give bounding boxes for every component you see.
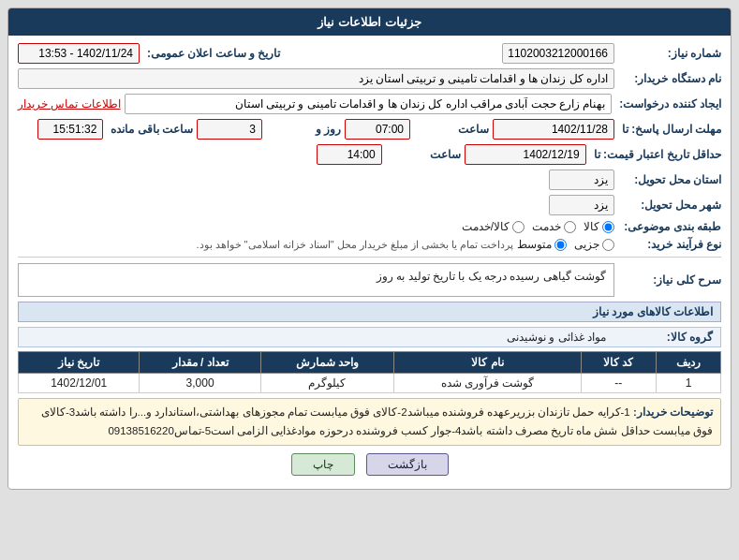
cell-date: 1402/12/01 — [19, 374, 140, 393]
price-time-input[interactable] — [317, 144, 382, 165]
requester-label: ایجاد کننده درخواست: — [615, 97, 721, 111]
announcement-datetime-input[interactable] — [18, 43, 140, 64]
contact-link[interactable]: اطلاعات تماس خریدار — [18, 97, 121, 111]
response-time-input[interactable] — [345, 119, 410, 140]
price-time-label: ساعت — [386, 148, 461, 161]
purchase-type-motavasset[interactable]: متوسط — [517, 238, 567, 251]
response-deadline-label: مهلت ارسال پاسخ: تا — [618, 123, 721, 136]
category-label: طبقه بندی موضوعی: — [618, 220, 721, 233]
goods-group-label: گروه کالا: — [610, 331, 713, 344]
page-title: جزئیات اطلاعات نیاز — [318, 15, 421, 29]
need-desc-label: سرح کلی نیاز: — [618, 273, 721, 287]
row-province: استان محل تحویل: — [18, 169, 721, 190]
response-date-input[interactable] — [493, 119, 614, 140]
buyer-org-input[interactable] — [18, 68, 614, 89]
back-button[interactable]: بازگشت — [366, 453, 449, 476]
purchase-type-radio-motavasset[interactable] — [554, 239, 567, 251]
response-day-input[interactable] — [197, 119, 262, 140]
purchase-note: پرداخت تمام یا بخشی از مبلغ خریدار محل "… — [18, 239, 513, 251]
col-name: نام کالا — [394, 352, 582, 374]
row-category: طبقه بندی موضوعی: کالا خدمت کالا/خدمت — [18, 220, 721, 233]
cell-code: -- — [581, 374, 656, 393]
cell-name: گوشت فرآوری شده — [394, 374, 582, 393]
announcement-datetime-label: تاریخ و ساعت اعلان عمومی: — [143, 47, 280, 60]
category-radio-khedmat[interactable] — [564, 221, 576, 233]
province-input[interactable] — [549, 169, 614, 190]
table-row: 1 -- گوشت فرآوری شده کیلوگرم 3,000 1402/… — [19, 374, 721, 393]
category-radio-group: کالا خدمت کالا/خدمت — [462, 220, 614, 233]
row-requester: ایجاد کننده درخواست: اطلاعات تماس خریدار — [18, 94, 721, 114]
price-date-input[interactable] — [465, 144, 586, 165]
col-radif: ردیف — [656, 352, 720, 374]
category-option-kala[interactable]: کالا — [584, 220, 614, 233]
header-bar: جزئیات اطلاعات نیاز — [8, 8, 731, 36]
cell-qty: 3,000 — [140, 374, 260, 393]
goods-group-value: مواد غذائی و نوشیدنی — [507, 331, 606, 344]
buyer-org-label: نام دستگاه خریدار: — [618, 72, 721, 85]
buyer-notes-box: توضیحات خریدار: 1-کرایه حمل تازندان بزری… — [18, 398, 721, 446]
city-input[interactable] — [549, 195, 614, 215]
col-date: تاریخ نیاز — [19, 352, 140, 374]
print-button[interactable]: چاپ — [291, 453, 355, 476]
row-price-deadline: حداقل تاریخ اعتبار قیمت: تا ساعت — [18, 144, 721, 165]
purchase-type-radio-group: جزیی متوسط — [517, 238, 614, 251]
need-desc-value: گوشت گیاهی رسیده درجه یک با تاریخ تولید … — [377, 270, 606, 283]
response-day-label: روز و — [266, 123, 341, 136]
goods-info-title: اطلاعات کالاهای مورد نیاز — [18, 302, 721, 322]
page-container: جزئیات اطلاعات نیاز شماره نیاز: تاریخ و … — [0, 0, 739, 560]
row-need-desc: سرح کلی نیاز: گوشت گیاهی رسیده درجه یک ب… — [18, 263, 721, 297]
purchase-type-label: نوع فرآیند خرید: — [618, 238, 721, 251]
category-radio-kala[interactable] — [602, 221, 614, 233]
row-goods-group: گروه کالا: مواد غذائی و نوشیدنی — [18, 327, 721, 347]
need-desc-box: گوشت گیاهی رسیده درجه یک با تاریخ تولید … — [18, 263, 614, 297]
buttons-row: بازگشت چاپ — [18, 453, 721, 481]
row-response-deadline: مهلت ارسال پاسخ: تا ساعت روز و ساعت باقی… — [18, 119, 721, 140]
response-time-label: ساعت — [414, 123, 489, 136]
response-remaining-label: ساعت باقی مانده — [107, 123, 193, 136]
city-label: شهر محل تحویل: — [618, 199, 721, 212]
need-number-label: شماره نیاز: — [618, 47, 721, 60]
category-radio-kala-khedmat[interactable] — [512, 221, 525, 233]
buyer-notes-value: 1-کرایه حمل تازندان بزریرعهده فروشنده می… — [41, 406, 713, 436]
content-area: شماره نیاز: تاریخ و ساعت اعلان عمومی: نا… — [8, 36, 731, 489]
cell-radif: 1 — [656, 374, 720, 393]
row-purchase-type: نوع فرآیند خرید: جزیی متوسط پرداخت تمام … — [18, 238, 721, 251]
category-option-khedmat[interactable]: خدمت — [532, 220, 576, 233]
price-deadline-label: حداقل تاریخ اعتبار قیمت: تا — [590, 148, 721, 161]
divider-1 — [18, 257, 721, 258]
row-city: شهر محل تحویل: — [18, 195, 721, 215]
purchase-type-jozi[interactable]: جزیی — [574, 238, 614, 251]
row-buyer-org: نام دستگاه خریدار: — [18, 68, 721, 89]
province-label: استان محل تحویل: — [618, 173, 721, 186]
cell-unit: کیلوگرم — [260, 374, 393, 393]
need-number-input[interactable] — [502, 43, 614, 64]
col-qty: تعداد / مقدار — [140, 352, 260, 374]
response-remaining-input[interactable] — [37, 119, 103, 140]
col-unit: واحد شمارش — [260, 352, 393, 374]
requester-input[interactable] — [125, 94, 613, 114]
main-box: جزئیات اطلاعات نیاز شماره نیاز: تاریخ و … — [7, 7, 732, 490]
goods-table: ردیف کد کالا نام کالا واحد شمارش تعداد /… — [18, 351, 721, 393]
row-need-number: شماره نیاز: تاریخ و ساعت اعلان عمومی: — [18, 43, 721, 64]
col-code: کد کالا — [581, 352, 656, 374]
category-option-kala-khedmat[interactable]: کالا/خدمت — [462, 220, 525, 233]
purchase-type-radio-jozi[interactable] — [602, 239, 614, 251]
buyer-notes-label: توضیحات خریدار: — [633, 406, 713, 418]
